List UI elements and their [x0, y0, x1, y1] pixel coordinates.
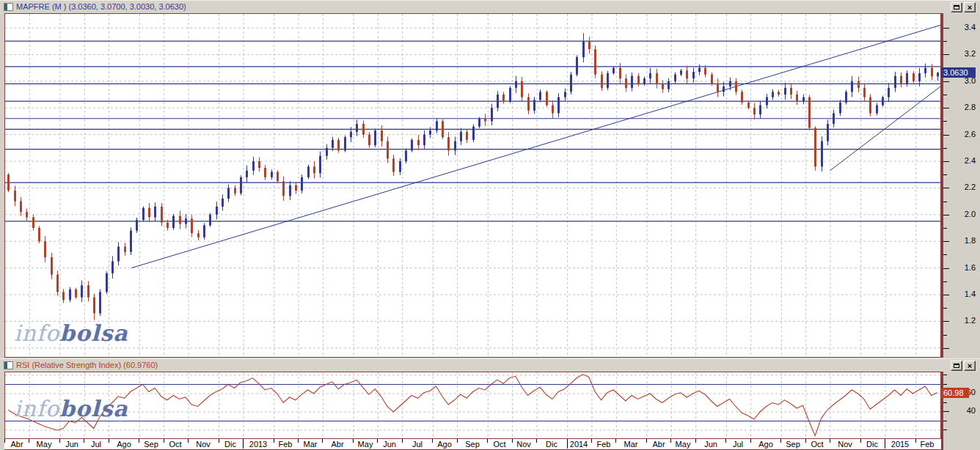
- price-axis-label: 1.6: [943, 263, 976, 272]
- month-tick: [536, 439, 537, 443]
- minor-tick: [943, 202, 947, 202]
- candle-body: [289, 185, 291, 196]
- rsi-panel-titlebar[interactable]: RSI (Relative Strength Index) (60.9760) …: [0, 358, 980, 372]
- x-axis-label: Jun: [383, 440, 396, 449]
- candle-body: [539, 92, 541, 100]
- candle-body: [656, 73, 658, 84]
- rsi-axis-label: 40: [943, 406, 976, 415]
- rsi-chart-canvas[interactable]: [5, 372, 940, 438]
- last-price-tag: 3.0630: [941, 67, 976, 78]
- x-axis-label: Nov: [838, 440, 852, 449]
- minor-tick: [943, 335, 947, 336]
- candle-body: [197, 233, 200, 237]
- candle-body: [216, 207, 218, 215]
- close-icon: ×: [965, 3, 975, 12]
- x-axis-label: Feb: [597, 440, 611, 449]
- candle-body: [209, 215, 211, 226]
- month-tick: [780, 439, 781, 443]
- candle-body: [227, 188, 230, 199]
- candle-body: [851, 81, 853, 92]
- x-axis-label: 2013: [249, 440, 267, 449]
- price-axis-label: 2.4: [943, 156, 976, 165]
- candle-body: [680, 70, 682, 74]
- candle-body: [619, 68, 621, 79]
- month-tick: [860, 439, 861, 443]
- price-panel-titlebar[interactable]: MAPFRE (M ) (3.0360, 3.0700, 3.0030, 3.0…: [0, 0, 980, 14]
- month-tick: [377, 439, 378, 443]
- candle-body: [75, 289, 77, 298]
- restore-icon: [954, 5, 959, 10]
- candle-body: [869, 97, 871, 114]
- x-axis-label: Dic: [866, 440, 878, 449]
- candle-body: [258, 161, 260, 168]
- price-chart-canvas[interactable]: [5, 14, 940, 357]
- x-axis-label: Jul: [733, 440, 743, 449]
- candle-body: [717, 84, 719, 92]
- candle-body: [399, 161, 401, 172]
- month-tick: [646, 439, 647, 443]
- candle-body: [179, 216, 181, 224]
- chart-window-icon: [4, 3, 13, 11]
- candle-body: [240, 177, 242, 193]
- candle-body: [612, 68, 615, 73]
- x-axis-label: Jul: [91, 440, 101, 449]
- x-axis-label: May: [676, 440, 691, 449]
- candles: [7, 33, 939, 320]
- price-axis: 1.21.41.61.82.02.22.42.62.83.03.23.4: [943, 14, 980, 357]
- candle-body: [766, 97, 768, 106]
- candle-body: [876, 106, 878, 114]
- candle-body: [723, 86, 725, 92]
- close-button[interactable]: ×: [964, 2, 976, 12]
- candle-body: [588, 41, 590, 49]
- rsi-chart-plot[interactable]: infobolsa: [4, 372, 941, 439]
- month-tick: [915, 439, 916, 443]
- candle-body: [81, 285, 83, 297]
- price-axis-label: 1.4: [943, 289, 976, 298]
- candle-body: [87, 285, 89, 297]
- candle-body: [161, 207, 163, 223]
- month-tick: [402, 439, 403, 443]
- month-tick: [188, 439, 189, 443]
- x-axis-label: Ago: [437, 440, 452, 449]
- candle-body: [772, 92, 774, 97]
- x-axis-label: Nov: [516, 440, 531, 449]
- trend-line[interactable]: [131, 25, 940, 268]
- candle-body: [759, 106, 761, 115]
- month-tick: [29, 439, 29, 443]
- month-tick: [750, 439, 751, 443]
- year-tick: [567, 439, 568, 449]
- candle-body: [668, 81, 670, 89]
- candle-body: [362, 124, 365, 135]
- candle-body: [796, 95, 798, 101]
- close-button[interactable]: ×: [964, 361, 976, 371]
- month-tick: [139, 439, 139, 443]
- rsi-axis: 6040: [943, 372, 980, 439]
- x-axis-label: Oct: [493, 440, 505, 449]
- candle-body: [51, 257, 53, 275]
- candle-body: [527, 97, 530, 111]
- month-tick: [591, 439, 592, 443]
- rsi-panel-title: RSI (Relative Strength Index) (60.9760): [16, 361, 158, 369]
- x-axis-label: Abr: [652, 440, 665, 449]
- candle-body: [686, 70, 688, 78]
- candle-body: [601, 75, 603, 88]
- candle-body: [753, 108, 756, 114]
- restore-button[interactable]: [951, 361, 962, 371]
- candle-body: [802, 97, 805, 101]
- x-axis-label: Sep: [144, 440, 158, 449]
- price-chart-plot[interactable]: infobolsa: [4, 13, 941, 358]
- candle-body: [913, 73, 915, 81]
- infobolsa-workspace: { "colors": { "up_candle": "#333a99", "d…: [0, 0, 980, 450]
- x-axis-label: Sep: [786, 440, 800, 449]
- candle-body: [332, 140, 334, 148]
- month-tick: [725, 439, 726, 443]
- x-axis-label: Abr: [10, 440, 23, 449]
- restore-icon: [954, 364, 959, 368]
- x-axis-label: Jun: [704, 440, 717, 449]
- candle-body: [14, 191, 16, 202]
- candle-body: [423, 135, 425, 146]
- restore-button[interactable]: [951, 2, 962, 12]
- candle-body: [564, 92, 566, 97]
- candle-body: [99, 292, 101, 313]
- candle-body: [350, 132, 352, 137]
